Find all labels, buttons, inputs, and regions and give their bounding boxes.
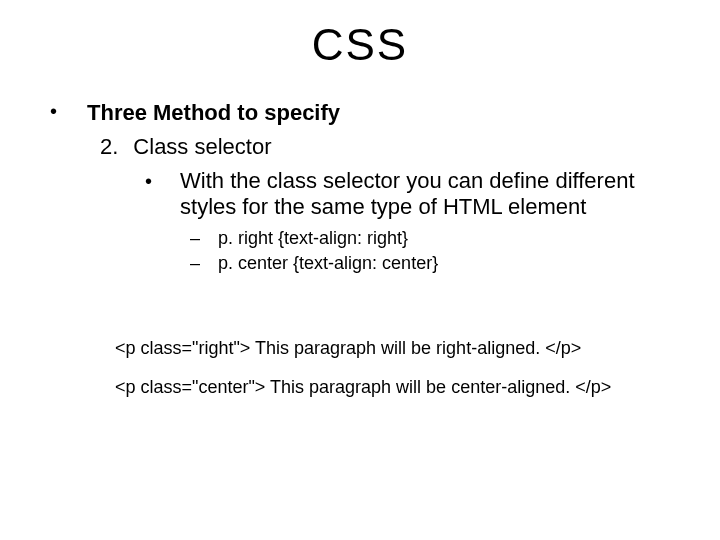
bullet-level1: • Three Method to specify [50, 100, 690, 126]
dash-icon: – [190, 253, 200, 274]
slide-title: CSS [30, 20, 690, 70]
bullet-level3: • With the class selector you can define… [145, 168, 690, 220]
bullet-level4b: – p. center {text-align: center} [190, 253, 690, 274]
bullet-level2: 2. Class selector [100, 134, 690, 160]
bullet-icon: • [50, 100, 57, 126]
code-example-2: <p class="center"> This paragraph will b… [115, 377, 690, 398]
level3-text: With the class selector you can define d… [180, 168, 690, 220]
level1-text: Three Method to specify [87, 100, 340, 126]
dash-icon: – [190, 228, 200, 249]
bullet-icon: • [145, 168, 152, 194]
level2-number: 2. [100, 134, 118, 160]
code-example-1: <p class="right"> This paragraph will be… [115, 338, 690, 359]
bullet-level4a: – p. right {text-align: right} [190, 228, 690, 249]
level4a-text: p. right {text-align: right} [218, 228, 408, 249]
level2-text: Class selector [133, 134, 271, 160]
level4b-text: p. center {text-align: center} [218, 253, 438, 274]
